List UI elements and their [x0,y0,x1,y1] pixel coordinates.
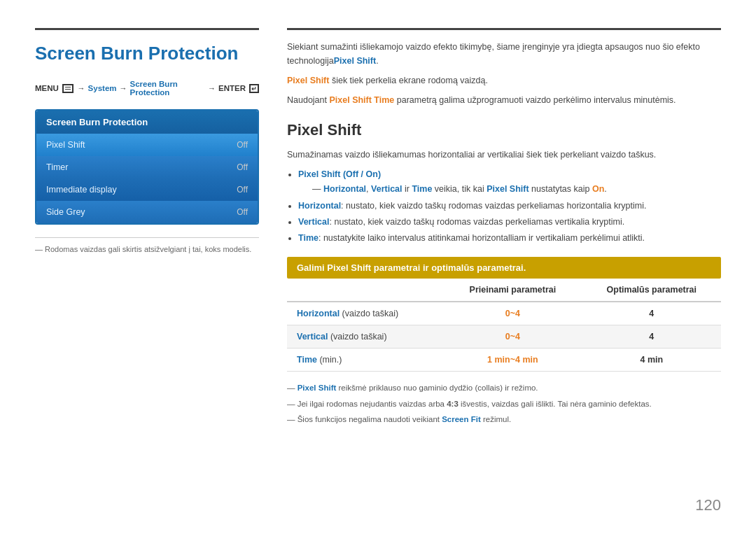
footnote-list: Pixel Shift reikšmė priklauso nuo gamini… [287,381,721,426]
menu-icon [62,84,74,93]
bullet-item-2: Horizontal: nustato, kiek vaizdo taškų r… [298,199,721,213]
intro-paragraph-2: Pixel Shift šiek tiek perkelia ekrane ro… [287,73,721,87]
bullet-item-4: Time: nustatykite laiko intervalus atiti… [298,231,721,246]
menu-item-pixel-shift-label: Pixel Shift [46,140,85,150]
left-panel: Screen Burn Protection MENU → System → S… [35,28,259,506]
menu-item-immediate-display[interactable]: Immediate display Off [36,178,258,201]
menu-item-pixel-shift[interactable]: Pixel Shift Off [36,134,258,156]
intro-paragraph-3: Naudojant Pixel Shift Time parametrą gal… [287,93,721,107]
breadcrumb-system: System [88,84,117,92]
menu-panel: Screen Burn Protection Pixel Shift Off T… [35,109,259,225]
menu-item-pixel-shift-value: Off [237,140,248,150]
table-col-optimalus: Optimalūs parametrai [582,279,721,302]
panel-note: Rodomas vaizdas gali skirtis atsižvelgia… [35,237,259,253]
menu-item-timer-label: Timer [46,162,68,172]
menu-item-timer[interactable]: Timer Off [36,156,258,178]
menu-panel-header: Screen Burn Protection [36,111,258,134]
menu-item-timer-value: Off [237,162,248,172]
bullet-item-3: Vertical: nustato, kiek vaizdo taškų rod… [298,215,721,230]
menu-item-side-grey-label: Side Grey [46,207,85,217]
params-table: Prieinami parametrai Optimalūs parametra… [287,279,721,372]
breadcrumb-sbp: Screen Burn Protection [130,80,205,97]
menu-item-side-grey-value: Off [237,207,248,217]
table-row-horizontal: Horizontal (vaizdo taškai) 0~4 4 [287,302,721,325]
table-cell-time-label: Time (min.) [287,349,443,372]
table-cell-horizontal-optimal: 4 [582,302,721,325]
right-panel: Siekiant sumažinti išliekamojo vaizdo ef… [287,28,721,506]
table-row-vertical: Vertical (vaizdo taškai) 0~4 4 [287,325,721,349]
page-title: Screen Burn Protection [35,43,259,64]
breadcrumb-enter: ENTER [218,84,246,92]
intro-paragraph-1: Siekiant sumažinti išliekamojo vaizdo ef… [287,40,721,68]
table-cell-horizontal-label: Horizontal (vaizdo taškai) [287,302,443,325]
footnote-1: Pixel Shift reikšmė priklauso nuo gamini… [287,381,721,394]
bullet-list: Pixel Shift (Off / On) Horizontal, Verti… [298,167,721,246]
table-col-prieinami: Prieinami parametrai [443,279,582,302]
menu-label: MENU [35,84,59,92]
table-col-name [287,279,443,302]
table-cell-horizontal-range: 0~4 [443,302,582,325]
table-cell-vertical-optimal: 4 [582,325,721,349]
menu-item-side-grey[interactable]: Side Grey Off [36,201,258,223]
page-number: 120 [695,496,721,514]
body-paragraph-1: Sumažinamas vaizdo išliekamumas horizont… [287,148,721,162]
footnote-3: Šios funkcijos negalima naudoti veikiant… [287,413,721,426]
section-title: Pixel Shift [287,121,721,139]
footnote-2: Jei ilgai rodomas nejudantis vaizdas arb… [287,398,721,410]
sub-bullet-list: Horizontal, Vertical ir Time veikia, tik… [312,182,721,197]
table-cell-time-range: 1 min~4 min [443,349,582,372]
top-divider-left [35,28,259,30]
menu-item-immediate-label: Immediate display [46,185,117,195]
table-row-time: Time (min.) 1 min~4 min 4 min [287,349,721,372]
bullet-item-1: Pixel Shift (Off / On) Horizontal, Verti… [298,167,721,197]
breadcrumb: MENU → System → Screen Burn Protection →… [35,80,259,97]
enter-icon [249,84,259,93]
sub-bullet-1: Horizontal, Vertical ir Time veikia, tik… [312,182,721,197]
table-cell-vertical-label: Vertical (vaizdo taškai) [287,325,443,349]
table-cell-time-optimal: 4 min [582,349,721,372]
table-highlight-header: Galimi Pixel Shift parametrai ir optimal… [287,257,721,279]
top-divider-right [287,28,721,30]
menu-item-immediate-value: Off [237,185,248,195]
table-cell-vertical-range: 0~4 [443,325,582,349]
